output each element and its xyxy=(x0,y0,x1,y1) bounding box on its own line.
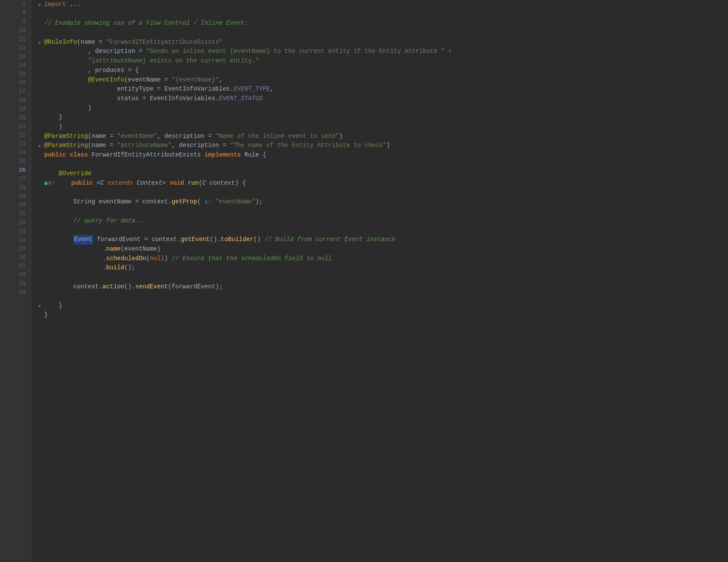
ln-14: 14 xyxy=(15,61,27,70)
ln-21: 21 xyxy=(15,122,27,131)
ln-19: 19 xyxy=(15,105,27,114)
ln-13: 13 xyxy=(15,52,27,61)
line-25: @Override xyxy=(38,169,728,179)
line-39: ▼ } xyxy=(38,301,728,310)
fold-icon-26[interactable]: ▽ xyxy=(52,180,55,187)
ln-20: 20 xyxy=(15,114,27,122)
ln-25: 25 xyxy=(15,157,27,166)
line-12: , description = "Sends an inline event {… xyxy=(38,47,728,56)
ln-26: 26 xyxy=(15,166,27,175)
line-30: // query for data... xyxy=(38,216,728,226)
ln-24: 24 xyxy=(15,148,27,157)
line-32: Event forwardEvent = context.getEvent().… xyxy=(38,235,728,245)
line-19: } xyxy=(38,113,728,122)
fold-11[interactable]: ▼ xyxy=(38,40,43,45)
line-40: } xyxy=(38,310,728,320)
ln-27: 27 xyxy=(15,175,27,183)
line-38 xyxy=(38,291,728,301)
ln-1: 1 xyxy=(15,0,27,9)
line-15: @EventInfo(eventName = "{eventName}", xyxy=(38,75,728,85)
line-14: , produces = { xyxy=(38,66,728,75)
ln-10: 10 xyxy=(15,26,27,35)
line-37: context.action().sendEvent(forwardEvent)… xyxy=(38,282,728,292)
ln-23: 23 xyxy=(15,140,27,148)
code-editor: 1 8 9 10 11 12 13 14 15 16 17 18 19 20 2… xyxy=(0,0,728,562)
ln-28: 28 xyxy=(15,183,27,192)
line-34: .scheduledOn(null) // Ensure that the sc… xyxy=(38,254,728,264)
ln-8: 8 xyxy=(15,9,27,17)
fold-1[interactable]: ▼ xyxy=(38,2,43,7)
code-content: ▼ import ... // Example showing use of a… xyxy=(31,0,728,562)
line-18: ) xyxy=(38,104,728,113)
ln-35: 35 xyxy=(15,245,27,253)
line-10 xyxy=(38,28,728,38)
fold-22[interactable]: ▼ xyxy=(38,143,43,148)
line-20: ) xyxy=(38,122,728,132)
line-numbers: 1 8 9 10 11 12 13 14 15 16 17 18 19 20 2… xyxy=(0,0,31,562)
ln-32: 32 xyxy=(15,219,27,227)
line-21: @ParamString(name = "eventName", descrip… xyxy=(38,132,728,141)
line-27 xyxy=(38,188,728,198)
line-9: // Example showing use of a Flow Control… xyxy=(38,19,728,28)
ln-36: 36 xyxy=(15,253,27,262)
ln-34: 34 xyxy=(15,236,27,245)
ln-40: 40 xyxy=(15,288,27,297)
line-22: ▼ @ParamString(name = "attributeName", d… xyxy=(38,141,728,150)
line-16: entityType = EventInfoVariables.EVENT_TY… xyxy=(38,85,728,94)
breakpoint-dot xyxy=(44,182,48,185)
ln-33: 33 xyxy=(15,227,27,236)
gutter-icons-26: @ ▽ xyxy=(44,180,55,187)
line-24 xyxy=(38,160,728,170)
line-28: String eventName = context.getProp( s: "… xyxy=(38,197,728,207)
ln-16: 16 xyxy=(15,78,27,87)
ln-30: 30 xyxy=(15,201,27,209)
ln-29: 29 xyxy=(15,192,27,201)
line-8 xyxy=(38,10,728,19)
event-highlight: Event xyxy=(73,235,93,245)
line-36 xyxy=(38,273,728,282)
line-17: status = EventInfoVariables.EVENT_STATUS xyxy=(38,94,728,104)
ln-11: 11 xyxy=(15,35,27,44)
ln-37: 37 xyxy=(15,262,27,271)
line-35: .build(); xyxy=(38,263,728,273)
ln-12: 12 xyxy=(15,44,27,52)
line-31 xyxy=(38,226,728,235)
ln-9: 9 xyxy=(15,17,27,26)
ln-15: 15 xyxy=(15,70,27,78)
line-11: ▼ @RuleInfo(name = "ForwardIfEntityAttri… xyxy=(38,38,728,47)
line-13: "{attributeName} exists on the current e… xyxy=(38,56,728,66)
ln-18: 18 xyxy=(15,96,27,105)
fold-39[interactable]: ▼ xyxy=(38,303,43,308)
line-1: ▼ import ... xyxy=(38,0,728,10)
ln-38: 38 xyxy=(15,271,27,279)
ln-31: 31 xyxy=(15,209,27,218)
ln-17: 17 xyxy=(15,87,27,96)
line-33: .name(eventName) xyxy=(38,245,728,254)
line-26: @ ▽ public <C extends Context> void run(… xyxy=(38,179,728,188)
ln-22: 22 xyxy=(15,131,27,140)
at-icon: @ xyxy=(49,180,52,187)
ln-39: 39 xyxy=(15,280,27,288)
line-23: public class ForwardIfEntityAttributeExi… xyxy=(38,150,728,160)
line-29 xyxy=(38,207,728,216)
